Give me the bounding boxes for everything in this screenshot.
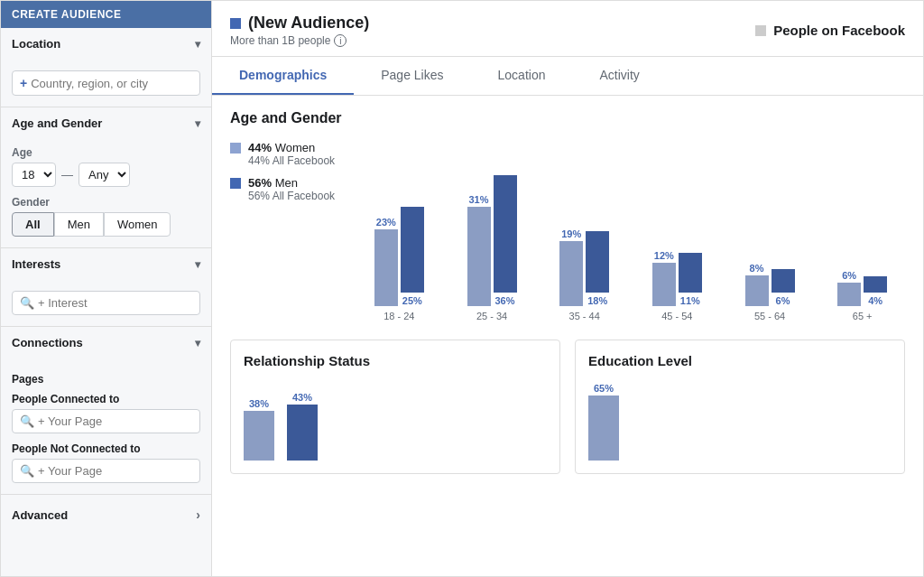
women-bar: 19% bbox=[559, 228, 583, 306]
sidebar-section-location: Location ▾ + bbox=[1, 28, 211, 107]
relationship-bar-group: 43% bbox=[287, 392, 318, 461]
relationship-status-title: Relationship Status bbox=[244, 353, 547, 368]
women-bar: 12% bbox=[652, 250, 676, 306]
gender-buttons: All Men Women bbox=[12, 212, 200, 237]
women-legend-square bbox=[230, 143, 241, 154]
connections-label: Connections bbox=[12, 336, 83, 349]
people-connected-label: People Connected to bbox=[12, 393, 200, 405]
audience-square-icon bbox=[230, 18, 241, 29]
chart-legend: 44% Women 44% All Facebook 56% Men 56% A… bbox=[230, 141, 338, 202]
gender-men-button[interactable]: Men bbox=[54, 212, 104, 237]
people-connected-input[interactable] bbox=[38, 414, 192, 428]
info-icon[interactable]: i bbox=[334, 34, 346, 47]
women-bar-rect bbox=[559, 241, 583, 306]
relationship-bar-chart: 38%43% bbox=[244, 379, 547, 461]
age-dash: — bbox=[61, 168, 73, 181]
age-gender-label: Age and Gender bbox=[12, 116, 102, 130]
age-to-select[interactable]: Any bbox=[79, 163, 130, 187]
interest-input[interactable] bbox=[38, 296, 192, 310]
women-bar-rect bbox=[374, 229, 398, 306]
interests-label: Interests bbox=[12, 257, 60, 271]
not-connected-search-icon: 🔍 bbox=[20, 464, 34, 478]
age-gender-content: Age 18 — Any Gender All Men Women bbox=[1, 139, 211, 247]
men-bar: 4% bbox=[864, 276, 887, 306]
tab-page-likes[interactable]: Page Likes bbox=[354, 57, 470, 95]
interest-input-wrap[interactable]: 🔍 bbox=[12, 291, 200, 315]
sidebar-section-age-gender: Age and Gender ▾ Age 18 — Any Gender All bbox=[1, 107, 211, 248]
interests-content: 🔍 bbox=[1, 280, 211, 326]
women-legend-item: 44% Women 44% All Facebook bbox=[230, 141, 338, 167]
people-connected-input-wrap[interactable]: 🔍 bbox=[12, 409, 200, 433]
men-bar: 25% bbox=[401, 207, 424, 306]
advanced-row[interactable]: Advanced › bbox=[1, 495, 211, 535]
age-group: 6%4%65 + bbox=[819, 270, 905, 321]
age-row: 18 — Any bbox=[12, 163, 200, 187]
women-bar-rect bbox=[837, 283, 861, 306]
facebook-people-block: People on Facebook bbox=[755, 23, 905, 38]
age-group: 31%36%25 - 34 bbox=[449, 175, 535, 321]
location-input-wrap[interactable]: + bbox=[12, 70, 200, 96]
education-bar-group: 65% bbox=[588, 383, 619, 461]
women-bar: 23% bbox=[374, 217, 398, 306]
gender-women-button[interactable]: Women bbox=[104, 212, 171, 237]
men-bar-rect bbox=[679, 253, 702, 293]
women-legend-text: 44% Women 44% All Facebook bbox=[248, 141, 335, 167]
age-group: 12%11%45 - 54 bbox=[634, 250, 720, 321]
main-content: (New Audience) More than 1B people i Peo… bbox=[212, 1, 923, 576]
age-group: 19%18%35 - 44 bbox=[541, 228, 627, 321]
men-bar: 36% bbox=[494, 175, 517, 306]
connections-chevron: ▾ bbox=[195, 337, 200, 349]
age-group: 23%25%18 - 24 bbox=[356, 207, 442, 321]
gender-all-button[interactable]: All bbox=[12, 212, 54, 237]
location-chevron: ▾ bbox=[195, 38, 200, 51]
people-not-connected-input-wrap[interactable]: 🔍 bbox=[12, 459, 200, 483]
connections-section-header[interactable]: Connections ▾ bbox=[1, 327, 211, 358]
relationship-bar-rect bbox=[287, 405, 318, 461]
women-bar: 8% bbox=[745, 263, 769, 306]
education-bar-rect bbox=[588, 396, 619, 461]
interests-section-header[interactable]: Interests ▾ bbox=[1, 248, 211, 280]
age-bar-chart: 23%25%18 - 2431%36%25 - 3419%18%35 - 441… bbox=[356, 141, 905, 321]
people-not-connected-input[interactable] bbox=[38, 464, 192, 478]
location-input[interactable] bbox=[31, 77, 192, 90]
age-field-label: Age bbox=[12, 146, 200, 159]
location-section-header[interactable]: Location ▾ bbox=[1, 28, 211, 60]
education-level-card: Education Level 65% bbox=[575, 340, 905, 474]
fb-square-icon bbox=[755, 25, 766, 36]
location-label: Location bbox=[12, 37, 60, 51]
tab-location[interactable]: Location bbox=[471, 57, 573, 95]
men-label: Men bbox=[275, 176, 298, 190]
connected-search-icon: 🔍 bbox=[20, 414, 34, 428]
age-gender-section-header[interactable]: Age and Gender ▾ bbox=[1, 107, 211, 139]
interests-search-icon: 🔍 bbox=[20, 296, 34, 310]
audience-name: (New Audience) bbox=[248, 14, 369, 33]
audience-subtitle: More than 1B people i bbox=[230, 34, 369, 47]
men-pct: 56% bbox=[248, 176, 272, 190]
sidebar-section-interests: Interests ▾ 🔍 bbox=[1, 248, 211, 327]
education-bar-chart: 65% bbox=[588, 379, 892, 461]
facebook-people-label: People on Facebook bbox=[773, 23, 905, 38]
age-gender-chevron: ▾ bbox=[195, 117, 200, 130]
women-pct: 44% bbox=[248, 141, 272, 154]
advanced-arrow-icon: › bbox=[196, 507, 200, 522]
men-legend-square bbox=[230, 178, 241, 189]
relationship-bar-group: 38% bbox=[244, 398, 274, 461]
women-bar: 31% bbox=[467, 194, 491, 306]
age-from-select[interactable]: 18 bbox=[12, 163, 56, 187]
pages-sub-label: Pages bbox=[12, 373, 200, 386]
women-bar: 6% bbox=[837, 270, 861, 306]
age-x-label: 65 + bbox=[853, 311, 873, 321]
age-x-label: 18 - 24 bbox=[383, 311, 414, 321]
age-x-label: 25 - 34 bbox=[476, 311, 507, 321]
age-gender-chart: 44% Women 44% All Facebook 56% Men 56% A… bbox=[230, 141, 905, 321]
tab-activity[interactable]: Activity bbox=[572, 57, 666, 95]
connections-content: Pages People Connected to 🔍 People Not C… bbox=[1, 358, 211, 494]
education-level-title: Education Level bbox=[588, 353, 892, 368]
women-bar-rect bbox=[652, 263, 676, 306]
sidebar-header: CREATE AUDIENCE bbox=[1, 1, 211, 28]
bottom-charts: Relationship Status 38%43% Education Lev… bbox=[230, 340, 905, 474]
age-x-label: 55 - 64 bbox=[754, 311, 785, 321]
women-sub: 44% All Facebook bbox=[248, 154, 335, 167]
tab-demographics[interactable]: Demographics bbox=[212, 57, 354, 95]
people-not-connected-label: People Not Connected to bbox=[12, 442, 200, 455]
